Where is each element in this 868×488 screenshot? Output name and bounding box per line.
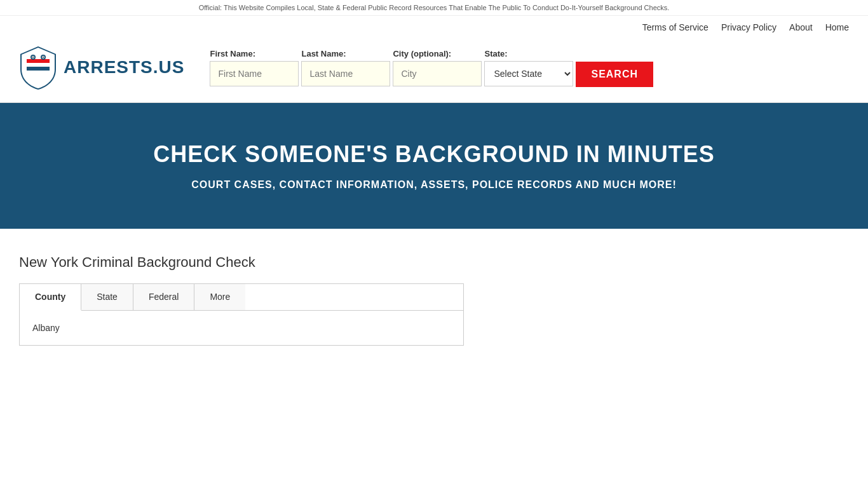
last-name-field-group: Last Name: — [301, 49, 390, 86]
list-item: Albany — [32, 320, 451, 336]
hero-title: CHECK SOMEONE'S BACKGROUND IN MINUTES — [13, 141, 855, 168]
svg-point-6 — [32, 57, 34, 58]
city-label: City (optional): — [393, 49, 482, 58]
tab-state[interactable]: State — [81, 284, 133, 310]
tab-more[interactable]: More — [194, 284, 245, 310]
header: ARRESTS.US First Name: Last Name: City (… — [0, 39, 868, 103]
tabs-header: County State Federal More — [20, 284, 463, 311]
main-content: New York Criminal Background Check Count… — [0, 229, 868, 371]
logo-link[interactable]: ARRESTS.US — [19, 45, 184, 90]
nav-terms-of-service[interactable]: Terms of Service — [642, 22, 709, 32]
announcement-text: Official: This Website Compiles Local, S… — [199, 4, 670, 11]
search-button-group: SEARCH — [576, 48, 653, 87]
hero-subtitle: COURT CASES, CONTACT INFORMATION, ASSETS… — [13, 179, 855, 191]
logo-text: ARRESTS.US — [64, 57, 184, 78]
tabs-container: County State Federal More Albany — [19, 283, 464, 346]
svg-rect-0 — [27, 59, 50, 63]
tab-county[interactable]: County — [20, 284, 81, 311]
nav-about[interactable]: About — [789, 22, 813, 32]
search-inputs: First Name: Last Name: City (optional): … — [210, 48, 653, 87]
state-label: State: — [484, 49, 573, 58]
first-name-field-group: First Name: — [210, 49, 299, 86]
city-field-group: City (optional): — [393, 49, 482, 86]
tab-federal[interactable]: Federal — [133, 284, 194, 310]
first-name-label: First Name: — [210, 49, 299, 58]
nav-home[interactable]: Home — [825, 22, 849, 32]
search-area: First Name: Last Name: City (optional): … — [210, 48, 653, 87]
announcement-bar: Official: This Website Compiles Local, S… — [0, 0, 868, 16]
svg-point-7 — [43, 57, 44, 58]
state-field-group: State: Select State Alabama Alaska Arizo… — [484, 49, 573, 86]
tab-content-county: Albany — [20, 311, 463, 345]
hero-banner: CHECK SOMEONE'S BACKGROUND IN MINUTES CO… — [0, 103, 868, 229]
first-name-input[interactable] — [210, 61, 299, 86]
navigation: Terms of Service Privacy Policy About Ho… — [0, 16, 868, 39]
search-button[interactable]: SEARCH — [576, 62, 653, 87]
last-name-label: Last Name: — [301, 49, 390, 58]
shield-icon — [19, 45, 57, 90]
nav-privacy-policy[interactable]: Privacy Policy — [721, 22, 776, 32]
state-select[interactable]: Select State Alabama Alaska Arizona Arka… — [484, 61, 573, 86]
section-title: New York Criminal Background Check — [19, 254, 849, 271]
last-name-input[interactable] — [301, 61, 390, 86]
city-input[interactable] — [393, 61, 482, 86]
svg-rect-1 — [27, 67, 50, 71]
